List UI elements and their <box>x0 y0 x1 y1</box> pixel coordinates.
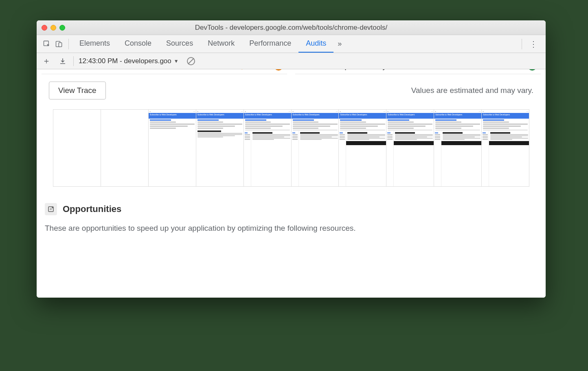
device-toolbar-icon[interactable] <box>53 38 65 50</box>
filmstrip-frame: ✶⋯ Subscribe to Web Developers <box>339 110 386 186</box>
filmstrip-frame <box>53 110 101 186</box>
estimate-note: Values are estimated and may vary. <box>411 86 533 95</box>
window-title: DevTools - developers.google.com/web/too… <box>37 24 546 32</box>
warning-badge-icon: ! <box>274 69 283 71</box>
metric-label: Estimated Input Latency <box>299 69 387 71</box>
audits-toolbar: ＋ 12:43:00 PM - developers.goo ▼ <box>37 53 546 69</box>
dropdown-caret-icon: ▼ <box>174 58 179 64</box>
titlebar: DevTools - developers.google.com/web/too… <box>37 20 546 35</box>
download-report-icon[interactable] <box>57 55 68 67</box>
svg-rect-2 <box>59 42 62 46</box>
close-window-button[interactable] <box>42 25 47 31</box>
view-trace-button[interactable]: View Trace <box>49 82 106 99</box>
tab-performance[interactable]: Performance <box>242 35 298 53</box>
filmstrip-frame: ✶⋯ Subscribe to Web Developers <box>292 110 339 186</box>
filmstrip-frame: ✶⋯ Subscribe to Web Developers <box>482 110 529 186</box>
filmstrip-frame: ✶⋯ Subscribe to Web Developers <box>244 110 292 186</box>
new-audit-icon[interactable]: ＋ <box>41 55 52 67</box>
maximize-window-button[interactable] <box>59 25 65 31</box>
tab-console[interactable]: Console <box>117 35 159 53</box>
metric-time-to-interactive: Time to Interactive 7,130 ms ! <box>42 69 287 74</box>
filmstrip-frame: ✶⋯ Subscribe to Web Developers <box>149 110 196 186</box>
tab-elements[interactable]: Elements <box>72 35 117 53</box>
traffic-lights <box>42 25 65 31</box>
panel-tabs: Elements Console Sources Network Perform… <box>72 35 333 53</box>
tab-sources[interactable]: Sources <box>159 35 200 53</box>
settings-menu-icon[interactable]: ⋮ <box>525 39 542 49</box>
audits-content: Time to Interactive 7,130 ms ! Estimated… <box>37 69 546 298</box>
inspect-element-icon[interactable] <box>41 38 53 50</box>
pass-badge-icon: ✓ <box>528 69 537 71</box>
report-selector-label: 12:43:00 PM - developers.goo <box>79 57 171 65</box>
devtools-tabbar: Elements Console Sources Network Perform… <box>37 35 546 53</box>
tab-network[interactable]: Network <box>200 35 242 53</box>
svg-point-4 <box>52 207 53 208</box>
metrics-row: Time to Interactive 7,130 ms ! Estimated… <box>37 69 546 74</box>
filmstrip-frame: ✶⋯ Subscribe to Web Developers <box>434 110 482 186</box>
opportunities-icon <box>45 203 57 215</box>
opportunities-title: Opportunities <box>63 204 121 214</box>
filmstrip-frame: ✶⋯ Subscribe to Web Developers <box>196 110 244 186</box>
opportunities-section: Opportunities These are opportunities to… <box>37 187 546 243</box>
metric-estimated-input-latency: Estimated Input Latency 16 ms ✓ <box>295 69 541 74</box>
minimize-window-button[interactable] <box>50 25 56 31</box>
tab-audits[interactable]: Audits <box>298 35 333 53</box>
metric-value: 7,130 ms <box>237 69 270 71</box>
filmstrip-frame <box>101 110 149 186</box>
opportunities-description: These are opportunities to speed up your… <box>45 223 538 234</box>
devtools-window: DevTools - developers.google.com/web/too… <box>37 20 546 298</box>
metric-value: 16 ms <box>502 69 524 71</box>
load-filmstrip: ✶⋯ Subscribe to Web Developers ✶⋯ Subscr… <box>53 109 529 187</box>
report-selector[interactable]: 12:43:00 PM - developers.goo ▼ <box>79 57 179 65</box>
metric-label: Time to Interactive <box>46 69 112 71</box>
clear-icon[interactable] <box>187 57 195 65</box>
more-tabs-icon[interactable]: » <box>333 40 346 48</box>
trace-row: View Trace Values are estimated and may … <box>37 74 546 109</box>
filmstrip-frame: ✶⋯ Subscribe to Web Developers <box>386 110 434 186</box>
